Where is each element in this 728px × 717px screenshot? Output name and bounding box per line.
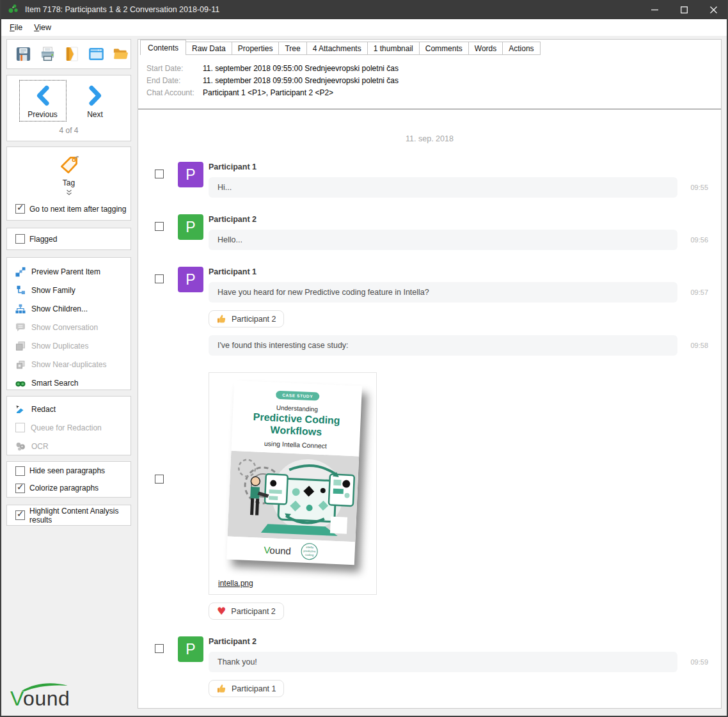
reaction-badge: ♥ Participant 2 bbox=[209, 603, 284, 620]
duplicates-icon bbox=[15, 341, 26, 351]
maximize-button[interactable] bbox=[669, 0, 699, 19]
highlight-panel: Highlight Content Analysis results bbox=[6, 505, 131, 526]
start-date-value: 11. september 2018 09:55:00 Srednjeevrop… bbox=[203, 63, 399, 75]
chat-view: 11. sep. 2018 P Participant 1 Hi... 09:5… bbox=[138, 109, 721, 708]
avatar-participant-2: P bbox=[178, 636, 203, 662]
menubar: File View bbox=[0, 19, 728, 36]
go-next-label: Go to next item after tagging bbox=[29, 205, 126, 214]
previous-button[interactable]: Previous bbox=[19, 80, 67, 122]
metadata-header: Start Date: 11. september 2018 09:55:00 … bbox=[146, 63, 399, 99]
window-title: Item 7178: Participants 1 & 2 Conversati… bbox=[25, 5, 219, 14]
menu-view[interactable]: View bbox=[28, 20, 57, 35]
tab-properties[interactable]: Properties bbox=[232, 42, 280, 55]
open-folder-button[interactable] bbox=[110, 43, 131, 66]
previous-label: Previous bbox=[28, 110, 58, 119]
flagged-panel: Flagged bbox=[6, 228, 131, 250]
tab-contents[interactable]: Contents bbox=[140, 40, 186, 55]
message-checkbox[interactable] bbox=[155, 222, 164, 231]
tab-bar: Contents Raw Data Properties Tree 4 Atta… bbox=[140, 40, 541, 55]
previous-icon bbox=[33, 85, 52, 106]
end-date-value: 11. september 2018 09:59:00 Srednjeevrop… bbox=[203, 75, 399, 87]
menu-file[interactable]: File bbox=[4, 20, 28, 35]
redact-button[interactable]: Redact bbox=[7, 400, 131, 418]
ocr-label: OCR bbox=[31, 442, 49, 451]
thumbs-up-icon bbox=[217, 684, 226, 693]
message-checkbox[interactable] bbox=[155, 644, 164, 653]
ocr-icon bbox=[15, 441, 26, 452]
go-next-checkbox[interactable] bbox=[15, 204, 25, 214]
tab-actions[interactable]: Actions bbox=[503, 42, 540, 55]
action-show-family[interactable]: Show Family bbox=[7, 281, 131, 299]
highlight-checkbox[interactable] bbox=[15, 510, 25, 520]
save-icon bbox=[15, 45, 32, 63]
colorize-label: Colorize paragraphs bbox=[29, 484, 99, 492]
chat-message-attachment: CASE STUDY Understanding Predictive Codi… bbox=[155, 372, 708, 620]
toolbar-panel bbox=[6, 39, 131, 69]
queue-redaction-checkbox bbox=[15, 423, 25, 432]
flagged-label: Flagged bbox=[29, 235, 57, 244]
binoculars-icon bbox=[15, 378, 26, 388]
message-bubble: Hi... bbox=[209, 177, 677, 198]
save-button[interactable] bbox=[13, 43, 34, 66]
minimize-button[interactable] bbox=[640, 0, 669, 19]
tag-button[interactable]: Tag bbox=[44, 152, 94, 196]
tag-icon bbox=[57, 152, 81, 177]
action-smart-search[interactable]: Smart Search bbox=[7, 374, 131, 392]
message-bubble: I've found this interesting case study: bbox=[209, 335, 677, 356]
tab-comments[interactable]: Comments bbox=[420, 42, 469, 55]
tag-label: Tag bbox=[63, 178, 75, 187]
close-icon bbox=[710, 6, 717, 13]
hide-seen-checkbox[interactable] bbox=[15, 466, 25, 476]
action-show-children[interactable]: Show Children... bbox=[7, 299, 131, 318]
queue-redaction-label: Queue for Redaction bbox=[31, 423, 102, 432]
start-date-label: Start Date: bbox=[146, 63, 203, 75]
hide-seen-label: Hide seen paragraphs bbox=[29, 466, 105, 475]
print-icon bbox=[39, 45, 56, 63]
next-button[interactable]: Next bbox=[72, 80, 119, 122]
message-time: 09:56 bbox=[683, 236, 708, 244]
attachment-filename-link[interactable]: intella.png bbox=[218, 579, 253, 588]
avatar-participant-1: P bbox=[178, 162, 203, 187]
maximize-icon bbox=[681, 6, 688, 13]
tab-words[interactable]: Words bbox=[469, 42, 503, 55]
queue-redaction-row: Queue for Redaction bbox=[7, 418, 131, 437]
tab-tree[interactable]: Tree bbox=[279, 42, 306, 55]
tab-raw-data[interactable]: Raw Data bbox=[186, 42, 232, 55]
window-icon bbox=[88, 45, 105, 63]
action-label: Show Children... bbox=[31, 304, 88, 313]
message-checkbox[interactable] bbox=[155, 274, 164, 283]
message-checkbox[interactable] bbox=[155, 475, 164, 484]
flagged-checkbox[interactable] bbox=[15, 234, 25, 244]
conversation-icon bbox=[15, 322, 26, 333]
paragraphs-panel: Hide seen paragraphs Colorize paragraphs bbox=[6, 461, 131, 498]
notes-button[interactable] bbox=[62, 43, 83, 66]
window-button[interactable] bbox=[86, 43, 106, 66]
open-folder-icon bbox=[112, 45, 129, 63]
chat-message: P Participant 1 Have you heard for new P… bbox=[155, 267, 708, 356]
tab-attachments[interactable]: 4 Attachments bbox=[307, 42, 368, 55]
next-icon bbox=[86, 85, 105, 106]
titlebar: Item 7178: Participants 1 & 2 Conversati… bbox=[0, 0, 728, 19]
cover-subtitle2: using Intella Connect bbox=[232, 438, 360, 452]
attachment-image[interactable]: CASE STUDY Understanding Predictive Codi… bbox=[226, 381, 362, 565]
tab-thumbnail[interactable]: 1 thumbnail bbox=[368, 42, 420, 55]
sender-name: Participant 1 bbox=[209, 162, 708, 172]
chat-message: P Participant 2 Hello... 09:56 bbox=[155, 214, 708, 250]
item-position: 4 of 4 bbox=[7, 126, 131, 135]
navigation-panel: Previous Next 4 of 4 bbox=[6, 75, 131, 141]
message-checkbox[interactable] bbox=[155, 169, 164, 178]
redact-icon bbox=[15, 404, 26, 414]
redact-label: Redact bbox=[31, 405, 56, 414]
end-date-label: End Date: bbox=[146, 75, 203, 87]
cover-vound-logo: Vound bbox=[264, 544, 291, 556]
close-button[interactable] bbox=[699, 0, 728, 19]
chat-message: P Participant 2 Thank you! 09:59 bbox=[155, 636, 708, 697]
action-preview-parent-item[interactable]: Preview Parent Item bbox=[7, 262, 131, 281]
print-button[interactable] bbox=[38, 43, 58, 66]
colorize-checkbox[interactable] bbox=[15, 484, 25, 493]
family-tree-icon bbox=[15, 285, 26, 295]
action-label: Preview Parent Item bbox=[31, 267, 100, 276]
vound-logo-v: V bbox=[10, 687, 23, 710]
chat-message: P Participant 1 Hi... 09:55 bbox=[155, 162, 708, 198]
reaction-by: Participant 2 bbox=[231, 607, 275, 616]
